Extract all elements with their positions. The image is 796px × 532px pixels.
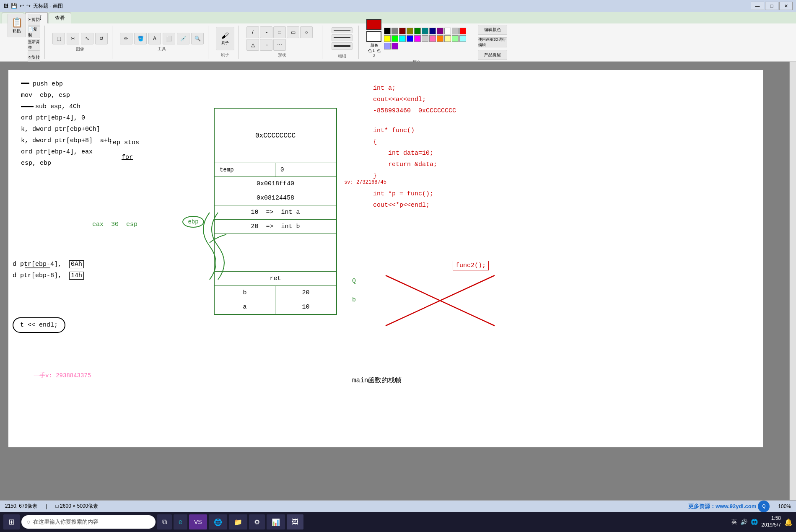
color-purple[interactable] — [437, 28, 443, 34]
shape-triangle[interactable]: △ — [246, 39, 259, 51]
clock-display[interactable]: 1:58 2019/5/7 — [761, 515, 781, 528]
taskbar-edge-button[interactable]: e — [174, 514, 187, 529]
color-lime[interactable] — [392, 35, 398, 42]
color-lightgreen[interactable] — [452, 35, 459, 42]
shape-arrow[interactable]: → — [260, 39, 272, 51]
taskbar-search-bar[interactable]: ○ 在这里输入你要搜索的内容 — [21, 515, 156, 529]
taskbar-explorer-button[interactable]: 📁 — [229, 514, 247, 529]
taskbar-chrome-button[interactable]: 🌐 — [209, 514, 227, 529]
canvas-icon: □ — [56, 503, 59, 509]
taskbar-app5[interactable]: 📊 — [267, 514, 285, 529]
color2-swatch[interactable] — [366, 31, 381, 42]
thickness-2[interactable] — [332, 34, 353, 41]
text-button[interactable]: A — [148, 33, 161, 44]
close-button[interactable]: ✕ — [779, 2, 793, 10]
color-navy[interactable] — [429, 28, 436, 34]
image-resize-button[interactable]: ⤡ — [81, 33, 93, 44]
copy-button[interactable]: 📄复制 — [28, 26, 40, 38]
stack-row-ccccc: 0xCCCCCCCC — [215, 109, 336, 163]
color-picker-button[interactable]: 💉 — [177, 33, 189, 44]
notifications-icon[interactable]: 🔔 — [784, 518, 793, 526]
image-rotate-button[interactable]: ↺ — [95, 33, 108, 44]
color-yellow[interactable] — [384, 35, 391, 42]
color-lightcyan[interactable] — [459, 35, 466, 42]
shape-curve[interactable]: ~ — [260, 26, 272, 38]
ribbon: 文件 主页 查看 📋粘贴 ✂剪切 📄复制 重新调整 ↻旋转 剪贴板 ⬚ ✂ ⤡ — [0, 12, 796, 62]
thickness-3[interactable] — [332, 42, 353, 50]
canvas[interactable]: push ebp mov ebp, esp sub esp, 4Ch ord p… — [8, 70, 763, 447]
paste-button[interactable]: 📋粘贴 — [8, 14, 26, 37]
quick-access-save[interactable]: 💾 — [11, 3, 17, 9]
magnify-button[interactable]: 🔍 — [191, 33, 204, 44]
status-bar: 2150, 679像素 | □ 2600 × 5000像素 更多资源：www.9… — [0, 500, 796, 512]
asm-line-mov4: k, dword ptr[ebp+8] a+b — [21, 135, 111, 146]
color-teal[interactable] — [422, 28, 428, 34]
network-icon[interactable]: 🌐 — [751, 519, 758, 525]
color-cyan[interactable] — [399, 35, 406, 42]
wq-number: 一手v: 2938843375 — [34, 372, 91, 379]
asm-line-push: push ebp — [33, 78, 63, 90]
quick-access-redo[interactable]: ↪ — [26, 3, 31, 9]
ribbon-group-thickness: 粗细 — [326, 26, 359, 59]
code-spacer2 — [373, 182, 456, 188]
app-icon: 🖼 — [3, 3, 8, 9]
color-pink[interactable] — [429, 35, 436, 42]
red-x-lines — [365, 271, 524, 338]
color1-swatch[interactable] — [366, 19, 381, 30]
ribbon-group-image: ⬚ ✂ ⤡ ↺ 图像 — [48, 26, 112, 59]
shape-ellipse[interactable]: ○ — [300, 26, 313, 38]
paint3d-button[interactable]: 使用画图3D进行编辑 — [478, 37, 507, 47]
edit-color-button[interactable]: 编辑颜色 — [478, 25, 507, 35]
minimize-button[interactable]: — — [751, 2, 764, 10]
color-white[interactable] — [444, 28, 451, 34]
brush-button[interactable]: 🖌刷子 — [216, 27, 234, 50]
color-lightyellow[interactable] — [444, 35, 451, 42]
color-red[interactable] — [459, 28, 466, 34]
color-darkred[interactable] — [399, 28, 406, 34]
volume-icon[interactable]: 🔊 — [740, 519, 747, 525]
resize-button[interactable]: 重新调整 — [28, 39, 40, 51]
windows-start-button[interactable]: ⊞ — [3, 514, 20, 529]
color-magenta[interactable] — [414, 35, 421, 42]
canvas-scroll[interactable]: push ebp mov ebp, esp sub esp, 4Ch ord p… — [0, 62, 789, 500]
shape-line[interactable]: / — [246, 26, 259, 38]
taskbar-vs-button[interactable]: VS — [189, 514, 207, 529]
cut-button[interactable]: ✂剪切 — [28, 14, 40, 26]
image-tools: ⬚ ✂ ⤡ ↺ — [52, 33, 108, 44]
stack-row-ret: ret — [215, 272, 336, 286]
stack-row-int-a: 10 => int a — [215, 205, 336, 220]
quick-access-undo[interactable]: ↩ — [20, 3, 24, 9]
color-blue[interactable] — [407, 35, 413, 42]
crop-button[interactable]: ✂ — [67, 33, 79, 44]
title-text: 无标题 - 画图 — [33, 3, 63, 10]
color-silver[interactable] — [452, 28, 459, 34]
color-gray-light[interactable] — [422, 35, 428, 42]
maximize-button[interactable]: □ — [765, 2, 778, 10]
pencil-button[interactable]: ✏ — [120, 33, 132, 44]
thickness-1[interactable] — [332, 27, 353, 33]
stack-diagram: 0xCCCCCCCC temp 0 0x0018ff40 sv: 2732168… — [214, 108, 337, 315]
shape-roundrect[interactable]: ▭ — [287, 26, 299, 38]
select-button[interactable]: ⬚ — [52, 33, 65, 44]
image-label: 图像 — [76, 46, 84, 52]
color-orange[interactable] — [437, 35, 443, 42]
fill-button[interactable]: 🪣 — [134, 33, 147, 44]
taskbar-app4[interactable]: ⚙ — [249, 514, 265, 529]
eraser-button[interactable]: ⬜ — [163, 33, 175, 44]
task-view-button[interactable]: ⧉ — [157, 514, 172, 529]
color-black[interactable] — [384, 28, 391, 34]
tab-view[interactable]: 查看 — [49, 13, 71, 23]
vertical-scrollbar[interactable] — [789, 62, 796, 500]
q-annotation: Q — [352, 278, 356, 285]
color-olive[interactable] — [407, 28, 413, 34]
color-violet[interactable] — [392, 43, 398, 49]
bottom-left-code: d ptr[ebp-4], 0Ah d ptr[ebp-8], 14h — [13, 259, 84, 281]
shape-more[interactable]: ⋯ — [273, 39, 286, 51]
product-suggest-button[interactable]: 产品提醒 — [478, 50, 507, 60]
shape-rect[interactable]: □ — [273, 26, 286, 38]
code-func-sig: int* func() — [373, 125, 456, 136]
taskbar-paint-button[interactable]: 🖼 — [287, 514, 303, 529]
color-gray-dark[interactable] — [392, 28, 398, 34]
color-lightblue[interactable] — [384, 43, 391, 49]
color-darkgreen[interactable] — [414, 28, 421, 34]
